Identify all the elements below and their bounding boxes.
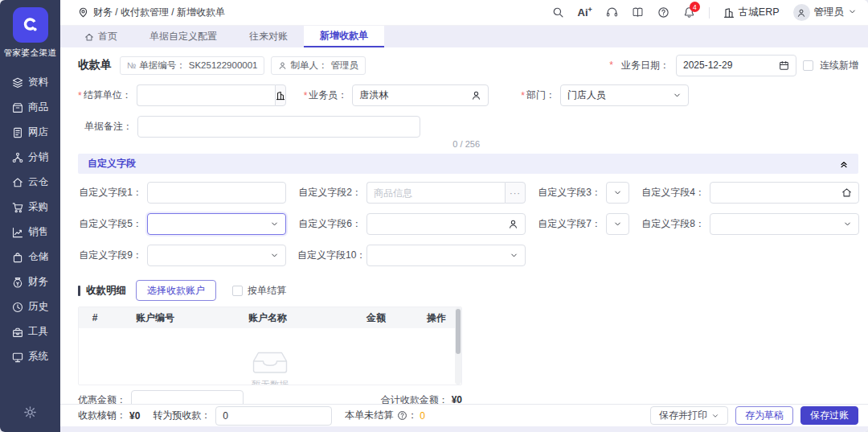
col-index: # xyxy=(79,307,111,328)
chevron-down-icon xyxy=(510,251,518,260)
dept-select[interactable]: 门店人员 xyxy=(560,84,689,106)
ai-assistant-button[interactable]: Ai+ xyxy=(578,6,592,19)
sidebar-item-xiaoshou[interactable]: 销售 xyxy=(0,220,60,245)
settle-unit-group: * 结算单位： xyxy=(78,84,275,106)
sidebar-item-xitong[interactable]: 系统 xyxy=(0,344,60,369)
box-icon xyxy=(12,102,23,113)
notification-bell-icon[interactable]: 4 xyxy=(683,6,695,19)
discount-row: 优惠金额： 合计收款金额： ¥0 xyxy=(78,389,462,404)
custom-field-2-text[interactable] xyxy=(374,187,498,199)
table-body: 暂无数据 xyxy=(79,328,461,385)
brand-name: 管家婆全渠道 xyxy=(4,47,57,59)
custom-field-8-select[interactable] xyxy=(710,213,859,235)
location-pin-icon xyxy=(78,7,88,18)
logo-q-icon xyxy=(21,15,40,35)
custom-field-4-input[interactable] xyxy=(710,182,859,204)
total-value: ¥0 xyxy=(452,394,462,404)
topbar: 财务 / 收付款管理 / 新增收款单 Ai+ 4 古城ERP xyxy=(60,0,868,26)
prepay-text[interactable] xyxy=(223,410,325,422)
table-header-row: # 账户编号 账户名称 金额 操作 xyxy=(79,307,461,328)
by-order-checkbox[interactable] xyxy=(232,286,243,296)
chevron-down-icon xyxy=(270,251,279,260)
custom-field-6-input[interactable] xyxy=(366,213,526,235)
tab-label: 新增收款单 xyxy=(320,29,368,43)
save-and-print-button[interactable]: 保存并打印 xyxy=(650,406,728,425)
custom-field-3-select[interactable] xyxy=(606,182,629,204)
network-icon xyxy=(12,152,23,163)
collapse-icon[interactable] xyxy=(839,159,849,169)
save-and-print-label: 保存并打印 xyxy=(659,409,707,422)
custom-field-6-text[interactable] xyxy=(374,219,508,230)
custom-field-7-select[interactable] xyxy=(606,213,629,235)
settings-gear-icon[interactable] xyxy=(23,405,37,422)
chevron-down-icon xyxy=(848,7,857,19)
bag-icon xyxy=(12,252,23,263)
sidebar-item-fenxiao[interactable]: 分销 xyxy=(0,145,60,170)
salesman-text[interactable] xyxy=(359,90,471,101)
settle-unit-field xyxy=(137,84,275,106)
chevron-down-icon xyxy=(673,91,682,100)
custom-field-8: 自定义字段8： xyxy=(641,213,859,235)
help-icon[interactable] xyxy=(657,6,669,19)
remark-text[interactable] xyxy=(145,121,413,133)
custom-field-10-select[interactable] xyxy=(366,245,526,266)
custom-field-2-input[interactable] xyxy=(366,182,505,204)
custom-field-1-input[interactable] xyxy=(147,182,286,204)
tab-reconciliation[interactable]: 往来对账 xyxy=(233,26,304,47)
sidebar-item-caiwu[interactable]: 财务 xyxy=(0,269,60,294)
custom-field-2-field: ··· xyxy=(366,182,526,204)
custom-field-5-select[interactable] xyxy=(147,213,286,235)
custom-field-4-text[interactable] xyxy=(717,187,841,199)
chart-icon xyxy=(12,227,23,238)
discount-text[interactable] xyxy=(138,394,236,404)
support-headset-icon[interactable] xyxy=(606,6,618,19)
save-post-button[interactable]: 保存过账 xyxy=(800,406,858,425)
chevron-down-icon xyxy=(270,220,279,228)
custom-field-9-select[interactable] xyxy=(147,245,286,266)
tab-doc-custom-config[interactable]: 单据自定义配置 xyxy=(133,26,233,47)
salesman-input[interactable] xyxy=(352,84,489,106)
sidebar-item-ziliao[interactable]: 资料 xyxy=(0,70,60,95)
date-value: 2025-12-29 xyxy=(683,60,732,71)
chevron-down-icon xyxy=(843,220,852,228)
search-icon[interactable] xyxy=(552,6,564,19)
continuous-add-checkbox[interactable] xyxy=(803,60,813,71)
tab-new-receipt[interactable]: 新增收款单 xyxy=(304,26,384,47)
custom-field-1-text[interactable] xyxy=(154,187,279,199)
custom-field-label: 自定义字段1： xyxy=(78,186,147,200)
business-date-input[interactable]: 2025-12-29 xyxy=(676,55,796,76)
select-account-button[interactable]: 选择收款账户 xyxy=(136,280,216,301)
table-scrollbar-thumb[interactable] xyxy=(456,309,461,354)
dept-group: * 部门： 门店人员 xyxy=(521,84,689,106)
required-mark: * xyxy=(304,90,308,101)
manual-book-icon[interactable] xyxy=(632,6,644,19)
sidebar-item-yuncang[interactable]: 云仓 xyxy=(0,170,60,195)
user-menu[interactable]: 管理员 xyxy=(793,4,858,21)
settle-unit-text[interactable] xyxy=(144,90,268,101)
sidebar-item-wangdian[interactable]: 网店 xyxy=(0,120,60,145)
tabbar: 首页 单据自定义配置 往来对账 新增收款单 xyxy=(60,26,868,47)
detail-header: 收款明细 选择收款账户 按单结算 xyxy=(78,279,858,302)
store-icon xyxy=(841,187,852,198)
custom-field-2-more-button[interactable]: ··· xyxy=(505,182,526,204)
topbar-actions: Ai+ 4 古城ERP 管理员 xyxy=(552,4,857,21)
unsettled-help-icon[interactable] xyxy=(397,410,407,421)
sidebar-item-lishi[interactable]: 历史 xyxy=(0,294,60,319)
tab-label: 单据自定义配置 xyxy=(149,30,217,43)
sidebar-item-label: 销售 xyxy=(28,225,48,239)
save-draft-button[interactable]: 存为草稿 xyxy=(735,406,793,425)
sidebar-item-gongju[interactable]: 工具 xyxy=(0,319,60,344)
sidebar-item-caigou[interactable]: 采购 xyxy=(0,195,60,220)
settle-unit-input[interactable] xyxy=(137,84,275,106)
section-marker xyxy=(78,286,80,296)
receipt-form: 收款单 № 单据编号： SK25122900001 制单人： 管理员 * 业务日… xyxy=(60,47,868,404)
company-switcher[interactable]: 古城ERP xyxy=(723,6,780,19)
tab-home[interactable]: 首页 xyxy=(68,26,133,47)
cart-icon xyxy=(12,202,23,213)
remark-input[interactable] xyxy=(137,116,420,138)
sidebar-item-cangchu[interactable]: 仓储 xyxy=(0,245,60,269)
discount-input[interactable] xyxy=(131,390,244,405)
settle-unit-picker-button[interactable] xyxy=(275,84,286,106)
prepay-input[interactable] xyxy=(215,406,332,426)
sidebar-item-shangpin[interactable]: 商品 xyxy=(0,95,60,120)
